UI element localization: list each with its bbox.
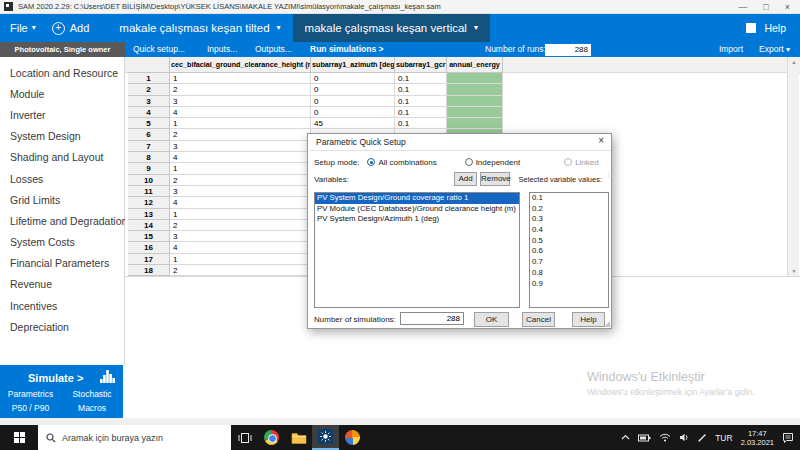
minimize-button[interactable]: — (738, 1, 747, 13)
import-button[interactable]: Import (719, 42, 743, 57)
column-header[interactable]: cec_bifacial_ground_clearance_height (m) (170, 57, 311, 73)
cancel-button[interactable]: Cancel (522, 312, 555, 327)
clearance-cell[interactable]: 1 (170, 163, 311, 174)
number-of-runs-input[interactable]: 288 (545, 44, 591, 56)
azimuth-cell[interactable]: 0 (311, 73, 395, 84)
azimuth-cell[interactable]: 0 (311, 84, 395, 95)
start-button[interactable] (0, 425, 38, 450)
outputs-button[interactable]: Outputs... (255, 42, 292, 57)
file-explorer-icon[interactable] (285, 425, 312, 450)
variable-list-item[interactable]: PV System Design/Azimuth 1 (deg) (315, 214, 519, 225)
quick-setup-button[interactable]: Quick setup... (133, 42, 185, 57)
row-number-cell[interactable]: 10 (128, 175, 170, 186)
clearance-cell[interactable]: 2 (170, 265, 311, 276)
gcr-cell[interactable]: 0.1 (395, 84, 447, 95)
scroll-down-arrow[interactable]: ▼ (788, 268, 800, 274)
clearance-cell[interactable]: 4 (170, 107, 311, 118)
sidebar-item[interactable]: Incentives (0, 295, 124, 316)
sidebar-item[interactable]: Shading and Layout (0, 147, 124, 168)
radio-all-combinations[interactable]: All combinations (367, 158, 436, 167)
tab-case-tilted[interactable]: makale çalışması keşan tilted ▾ (107, 14, 292, 42)
gcr-cell[interactable]: 0.1 (395, 73, 447, 84)
close-button[interactable]: × (785, 1, 790, 13)
maximize-button[interactable]: □ (763, 1, 768, 13)
language-indicator[interactable]: TUR (715, 433, 732, 443)
sidebar-item[interactable]: Location and Resource (0, 62, 124, 83)
row-number-cell[interactable]: 1 (128, 73, 170, 84)
sidebar-item[interactable]: System Costs (0, 232, 124, 253)
row-number-cell[interactable]: 9 (128, 163, 170, 174)
azimuth-cell[interactable]: 45 (311, 118, 395, 129)
row-number-cell[interactable]: 11 (128, 186, 170, 197)
row-number-cell[interactable]: 17 (128, 254, 170, 265)
sidebar-item[interactable]: Financial Parameters (0, 253, 124, 274)
pen-icon[interactable] (698, 433, 707, 442)
run-simulations-button[interactable]: Run simulations > (310, 42, 383, 57)
sidebar-item[interactable]: Inverter (0, 104, 124, 125)
clearance-cell[interactable]: 3 (170, 186, 311, 197)
row-number-cell[interactable]: 8 (128, 152, 170, 163)
clearance-cell[interactable]: 1 (170, 254, 311, 265)
parametrics-button[interactable]: Parametrics (0, 389, 61, 399)
add-variable-button[interactable]: Add (454, 172, 477, 186)
row-number-cell[interactable]: 4 (128, 107, 170, 118)
taskbar-search-box[interactable]: Aramak için buraya yazın (38, 425, 231, 450)
task-view-button[interactable] (231, 425, 258, 450)
sidebar-item[interactable]: Module (0, 83, 124, 104)
clearance-cell[interactable]: 2 (170, 129, 311, 140)
tab-case-vertical[interactable]: makale çalışması keşan vertical ▾ (293, 14, 490, 42)
clearance-cell[interactable]: 2 (170, 220, 311, 231)
azimuth-cell[interactable]: 0 (311, 96, 395, 107)
dialog-help-button[interactable]: Help (572, 312, 605, 327)
file-menu[interactable]: File ▾ (10, 22, 36, 34)
variables-listbox[interactable]: PV System Design/Ground coverage ratio 1… (314, 192, 520, 308)
row-number-cell[interactable]: 5 (128, 118, 170, 129)
globe-app-icon[interactable] (339, 425, 366, 450)
clock[interactable]: 17:47 2.03.2021 (741, 429, 774, 447)
stochastic-button[interactable]: Stochastic (61, 389, 123, 399)
corner-header-cell[interactable] (128, 57, 170, 73)
add-case-button[interactable]: + Add (52, 22, 90, 35)
row-number-cell[interactable]: 16 (128, 242, 170, 253)
gcr-cell[interactable]: 0.1 (395, 107, 447, 118)
value-list-item[interactable]: 0.6 (530, 246, 608, 257)
annual-energy-cell[interactable] (447, 118, 503, 129)
scroll-up-arrow[interactable]: ▲ (788, 59, 800, 65)
value-list-item[interactable]: 0.9 (530, 279, 608, 290)
value-list-item[interactable]: 0.3 (530, 214, 608, 225)
clearance-cell[interactable]: 2 (170, 84, 311, 95)
row-number-cell[interactable]: 6 (128, 129, 170, 140)
battery-icon[interactable] (638, 434, 651, 442)
value-list-item[interactable]: 0.7 (530, 257, 608, 268)
values-scrollbar-hint[interactable]: ⋮ (605, 172, 610, 186)
clearance-cell[interactable]: 1 (170, 209, 311, 220)
chrome-icon[interactable] (258, 425, 285, 450)
sidebar-item[interactable]: Losses (0, 168, 124, 189)
annual-energy-cell[interactable] (447, 107, 503, 118)
clearance-cell[interactable]: 2 (170, 175, 311, 186)
clearance-cell[interactable]: 3 (170, 231, 311, 242)
resize-grip[interactable] (604, 321, 610, 327)
row-number-cell[interactable]: 12 (128, 197, 170, 208)
volume-icon[interactable] (679, 433, 690, 442)
values-listbox[interactable]: 0.10.20.30.40.50.60.70.80.9 (529, 192, 609, 308)
simulate-button[interactable]: Simulate > (28, 372, 83, 384)
clearance-cell[interactable]: 1 (170, 73, 311, 84)
clearance-cell[interactable]: 4 (170, 152, 311, 163)
vertical-scrollbar[interactable]: ▲ ▼ (787, 57, 799, 276)
sidebar-item[interactable]: Revenue (0, 274, 124, 295)
inputs-button[interactable]: Inputs... (207, 42, 237, 57)
column-header[interactable]: annual_energy (447, 57, 503, 73)
value-list-item[interactable]: 0.1 (530, 193, 608, 204)
sidebar-item[interactable]: System Design (0, 126, 124, 147)
row-number-cell[interactable]: 15 (128, 231, 170, 242)
row-number-cell[interactable]: 3 (128, 96, 170, 107)
row-number-cell[interactable]: 18 (128, 265, 170, 276)
azimuth-cell[interactable]: 0 (311, 107, 395, 118)
remove-variable-button[interactable]: Remove (480, 172, 510, 186)
action-center-icon[interactable] (782, 432, 794, 443)
wifi-icon[interactable] (659, 433, 671, 442)
clearance-cell[interactable]: 3 (170, 96, 311, 107)
variable-list-item[interactable]: PV Module (CEC Database)/Ground clearanc… (315, 204, 519, 215)
row-number-cell[interactable]: 14 (128, 220, 170, 231)
